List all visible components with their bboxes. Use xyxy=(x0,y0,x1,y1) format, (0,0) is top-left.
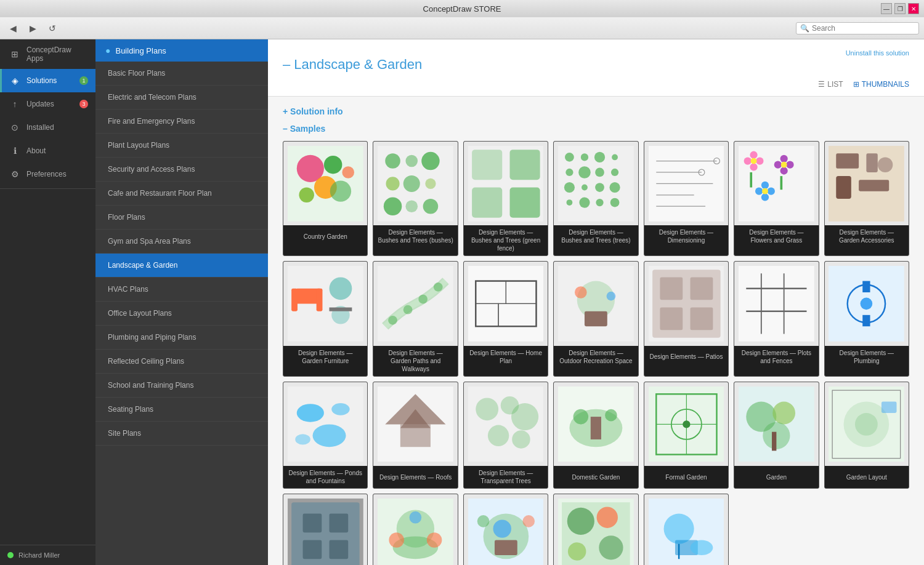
thumb-label-de-home-plan: Design Elements — Home Plan xyxy=(464,346,548,368)
thumb-card-de-plots-fences[interactable]: Design Elements — Plots and Fences xyxy=(734,261,819,376)
uninstall-link[interactable]: Uninstall this solution xyxy=(846,49,909,57)
thumb-card-formal-garden[interactable]: Formal Garden xyxy=(644,382,729,489)
forward-button[interactable]: ▶ xyxy=(25,20,41,36)
nav-section-dot: ● xyxy=(105,46,110,55)
solution-info-toggle[interactable]: + Solution info xyxy=(283,106,909,116)
thumb-card-moresque-garden[interactable]: Moresque Garden xyxy=(373,494,458,565)
thumb-card-de-home-plan[interactable]: Design Elements — Home Plan xyxy=(463,261,548,376)
back-button[interactable]: ◀ xyxy=(5,20,21,36)
thumb-card-de-ponds-fountains[interactable]: Design Elements — Ponds and Fountains xyxy=(283,382,368,489)
nav-item-school-training[interactable]: School and Training Plans xyxy=(95,374,268,398)
sidebar-item-installed[interactable]: ⊙ Installed xyxy=(0,116,95,139)
nav-item-seating[interactable]: Seating Plans xyxy=(95,398,268,422)
nav-item-floor-plans[interactable]: Floor Plans xyxy=(95,206,268,230)
thumb-card-domestic-garden[interactable]: Domestic Garden xyxy=(553,382,638,489)
nav-item-plumbing-piping[interactable]: Plumbing and Piping Plans xyxy=(95,326,268,350)
sidebar-icon-installed: ⊙ xyxy=(9,122,20,133)
nav-item-electric-telecom[interactable]: Electric and Telecom Plans xyxy=(95,86,268,110)
thumb-card-water-communication[interactable]: Water Communication Plan xyxy=(644,494,729,565)
thumb-card-de-dimensioning[interactable]: Design Elements — Dimensioning xyxy=(644,141,729,256)
nav-item-reflected-ceiling[interactable]: Reflected Ceiling Plans xyxy=(95,350,268,374)
list-view-button[interactable]: ☰ LIST xyxy=(818,80,843,89)
sidebar-item-about[interactable]: ℹ About xyxy=(0,139,95,162)
svg-rect-63 xyxy=(750,172,752,188)
svg-point-33 xyxy=(595,183,604,192)
sidebar-label-preferences: Preferences xyxy=(26,170,67,178)
thumb-card-de-garden-accessories[interactable]: Design Elements — Garden Accessories xyxy=(824,141,909,256)
svg-point-113 xyxy=(312,424,346,447)
samples-toggle[interactable]: – Samples xyxy=(283,124,909,134)
thumb-label-country-garden: Country Garden xyxy=(283,225,367,247)
restore-button[interactable]: ❐ xyxy=(894,3,906,14)
sidebar-item-conceptdraw-apps[interactable]: ⊞ ConceptDraw Apps xyxy=(0,39,95,69)
svg-point-62 xyxy=(762,188,768,194)
thumb-label-de-roofs: Design Elements — Roofs xyxy=(373,466,457,488)
thumb-image-garden-path xyxy=(283,494,367,565)
thumb-card-de-garden-paths-walkways[interactable]: Design Elements — Garden Paths and Walkw… xyxy=(373,261,458,376)
svg-point-157 xyxy=(410,511,422,524)
sidebar-item-updates[interactable]: ↑ Updates 3 xyxy=(0,92,95,116)
nav-item-security-access[interactable]: Security and Access Plans xyxy=(95,158,268,182)
sidebar-label-solutions: Solutions xyxy=(26,76,57,85)
thumb-label-de-patios: Design Elements — Patios xyxy=(644,346,728,368)
thumb-card-de-bushes-trees-green-fence[interactable]: Design Elements — Bushes and Trees (gree… xyxy=(463,141,548,256)
thumb-card-country-garden[interactable]: Country Garden xyxy=(283,141,368,256)
thumb-image-water-communication xyxy=(644,494,728,565)
thumb-label-de-plots-fences: Design Elements — Plots and Fences xyxy=(734,346,818,368)
sidebar-icon-about: ℹ xyxy=(9,145,20,156)
nav-section-label: Building Plans xyxy=(115,46,166,55)
nav-item-landscape-garden[interactable]: Landscape & Garden xyxy=(95,254,268,278)
sidebar-item-preferences[interactable]: ⚙ Preferences xyxy=(0,162,95,186)
nav-item-gym-spa[interactable]: Gym and Spa Area Plans xyxy=(95,230,268,254)
minimize-button[interactable]: — xyxy=(881,3,892,14)
thumb-card-de-plumbing[interactable]: Design Elements — Plumbing xyxy=(824,261,909,376)
thumbnails-view-button[interactable]: ⊞ THUMBNAILS xyxy=(853,80,909,89)
nav-item-plant-layout[interactable]: Plant Layout Plans xyxy=(95,134,268,158)
svg-point-28 xyxy=(578,166,591,178)
nav-item-cafe-restaurant[interactable]: Cafe and Restaurant Floor Plan xyxy=(95,182,268,206)
thumb-card-de-flowers-grass[interactable]: Design Elements — Flowers and Grass xyxy=(734,141,819,256)
thumb-card-de-bushes-trees-bushes[interactable]: Design Elements — Bushes and Trees (bush… xyxy=(373,141,458,256)
thumb-image-de-bushes-trees-trees xyxy=(554,142,638,225)
svg-rect-150 xyxy=(302,540,322,559)
thumb-card-garden-layout[interactable]: Garden Layout xyxy=(824,382,909,489)
title-bar: ConceptDraw STORE — ❐ ✕ xyxy=(0,0,924,17)
thumb-card-de-garden-furniture[interactable]: Design Elements — Garden Furniture xyxy=(283,261,368,376)
svg-point-55 xyxy=(774,161,782,168)
search-input[interactable] xyxy=(812,24,915,33)
svg-rect-107 xyxy=(863,281,870,292)
thumb-card-garden[interactable]: Garden xyxy=(734,382,819,489)
sidebar-item-solutions[interactable]: ◈ Solutions 1 xyxy=(0,69,95,92)
nav-item-site-plans[interactable]: Site Plans xyxy=(95,422,268,446)
solution-info-label: + Solution info xyxy=(283,106,343,116)
thumb-card-de-patios[interactable]: Design Elements — Patios xyxy=(644,261,729,376)
thumb-card-tropical-garden[interactable]: Tropical Garden xyxy=(553,494,638,565)
sidebar-icon-updates: ↑ xyxy=(9,98,20,110)
svg-rect-21 xyxy=(509,187,540,217)
svg-point-169 xyxy=(568,542,586,560)
window-controls: — ❐ ✕ xyxy=(881,3,919,14)
svg-rect-140 xyxy=(772,431,776,451)
svg-rect-98 xyxy=(660,308,683,331)
thumb-card-de-outdoor-recreation[interactable]: Design Elements — Outdoor Recreation Spa… xyxy=(553,261,638,376)
nav-item-office-layout[interactable]: Office Layout Plans xyxy=(95,302,268,326)
svg-point-24 xyxy=(581,153,588,161)
thumb-card-de-roofs[interactable]: Design Elements — Roofs xyxy=(373,382,458,489)
nav-item-fire-emergency[interactable]: Fire and Emergency Plans xyxy=(95,110,268,134)
thumb-card-terrace-garden[interactable]: Terrace Garden xyxy=(463,494,548,565)
badge-updates: 3 xyxy=(79,100,88,108)
close-button[interactable]: ✕ xyxy=(908,3,919,14)
svg-point-82 xyxy=(434,282,443,292)
thumb-card-de-bushes-trees-trees[interactable]: Design Elements — Bushes and Trees (tree… xyxy=(553,141,638,256)
svg-rect-19 xyxy=(509,150,540,180)
thumb-image-domestic-garden xyxy=(554,382,638,466)
thumb-card-garden-path[interactable]: Garden Path xyxy=(283,494,368,565)
nav-item-basic-floor-plans[interactable]: Basic Floor Plans xyxy=(95,62,268,86)
svg-point-138 xyxy=(772,401,795,424)
thumb-label-de-garden-paths-walkways: Design Elements — Garden Paths and Walkw… xyxy=(373,346,457,376)
nav-item-hvac[interactable]: HVAC Plans xyxy=(95,278,268,302)
svg-point-58 xyxy=(761,182,769,189)
svg-point-8 xyxy=(386,153,401,169)
refresh-button[interactable]: ↺ xyxy=(44,20,60,36)
thumb-card-de-transparent-trees[interactable]: Design Elements — Transparent Trees xyxy=(463,382,548,489)
